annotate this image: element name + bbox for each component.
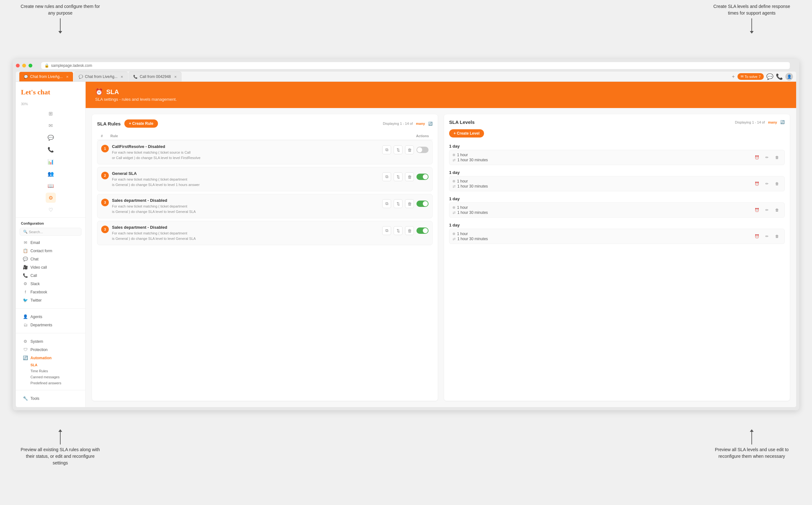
rule-row-1: 1 CallFirstResolve - Disabled For each n… <box>97 140 433 164</box>
level-alert-btn-4[interactable]: ⏰ <box>753 232 761 240</box>
level-edit-btn-1[interactable]: ✏ <box>763 153 771 162</box>
tab-chat-2[interactable]: 💬 Chat from LiveAg... ✕ <box>74 71 128 81</box>
delete-rule-4[interactable]: 🗑 <box>405 226 414 235</box>
sort-rule-4[interactable]: ⇅ <box>393 226 402 235</box>
refresh-levels-icon[interactable]: 🔄 <box>780 120 785 124</box>
close-dot[interactable] <box>16 64 20 67</box>
create-rule-button[interactable]: + Create Rule <box>124 120 158 128</box>
address-bar[interactable]: 🔒 samplepage.ladesk.com <box>41 62 790 69</box>
create-level-button[interactable]: + Create Level <box>449 129 484 138</box>
sidebar-icon-call[interactable]: 📞 <box>46 145 56 155</box>
level-delete-btn-1[interactable]: 🗑 <box>773 153 781 162</box>
delete-rule-2[interactable]: 🗑 <box>405 172 414 181</box>
level-row-2: 1 hour ⇄ 1 hour 30 minutes ⏰ ✏ <box>449 176 785 191</box>
browser-window: 🔒 samplepage.ladesk.com 💬 Chat from Live… <box>13 59 799 410</box>
level-alert-btn-3[interactable]: ⏰ <box>753 206 761 214</box>
sla-clock-icon: ⏰ <box>95 88 103 96</box>
sidebar-sub-canned[interactable]: Canned messages <box>18 374 84 380</box>
level-alert-btn-1[interactable]: ⏰ <box>753 153 761 162</box>
sidebar-icon-contacts[interactable]: 👥 <box>46 169 56 179</box>
level-delete-btn-4[interactable]: 🗑 <box>773 232 781 240</box>
sidebar-icon-reports[interactable]: 📊 <box>46 157 56 167</box>
level-delete-btn-2[interactable]: 🗑 <box>773 180 781 188</box>
tab-close-3[interactable]: ✕ <box>174 75 177 78</box>
level-edit-btn-3[interactable]: ✏ <box>763 206 771 214</box>
tab-chat-1[interactable]: 💬 Chat from LiveAg... ✕ <box>19 71 73 81</box>
toggle-rule-4[interactable] <box>417 227 429 234</box>
user-avatar[interactable]: 👤 <box>785 73 793 80</box>
sidebar-sub-time-rules[interactable]: Time Rules <box>18 368 84 374</box>
tab-close-2[interactable]: ✕ <box>121 75 123 78</box>
copy-rule-4[interactable]: ⧉ <box>382 226 391 235</box>
sidebar-icon-grid[interactable]: ⊞ <box>46 108 56 119</box>
delete-rule-3[interactable]: 🗑 <box>405 199 414 208</box>
level-edit-btn-2[interactable]: ✏ <box>763 180 771 188</box>
sidebar-item-slack[interactable]: ⚙ Slack <box>18 280 84 288</box>
minimize-dot[interactable] <box>22 64 26 67</box>
rule-actions-3: ⧉ ⇅ 🗑 <box>382 199 429 208</box>
sidebar-icon-email[interactable]: ✉ <box>46 120 56 131</box>
sidebar-automation-label: Automation <box>30 356 52 360</box>
tab-close-1[interactable]: ✕ <box>66 75 69 78</box>
copy-rule-3[interactable]: ⧉ <box>382 199 391 208</box>
sidebar-item-protection[interactable]: 🛡 Protection <box>18 346 84 354</box>
tab-call[interactable]: 📞 Call from 0042948 ✕ <box>128 71 181 81</box>
sidebar-item-agents[interactable]: 👤 Agents <box>18 313 84 321</box>
sidebar-item-video-call[interactable]: 🎥 Video call <box>18 263 84 271</box>
arrow-head-left <box>59 31 62 34</box>
sidebar-item-automation[interactable]: 🔄 Automation <box>18 354 84 362</box>
badge-label: To solve <box>745 75 758 78</box>
rule-title-3: Sales department - Disabled <box>112 198 379 203</box>
sidebar-protection-label: Protection <box>30 348 47 352</box>
level-delete-btn-3[interactable]: 🗑 <box>773 206 781 214</box>
sidebar-sub-sla[interactable]: SLA <box>18 362 84 368</box>
sort-rule-2[interactable]: ⇅ <box>393 172 402 181</box>
to-solve-button[interactable]: ✉ To solve 7 <box>737 73 764 80</box>
annotation-bottom-left: Preview all existing SLA rules along wit… <box>19 429 102 466</box>
sidebar-item-contact-form[interactable]: 📋 Contact form <box>18 247 84 255</box>
toggle-slider-1 <box>417 147 429 153</box>
refresh-rules-icon[interactable]: 🔄 <box>428 122 433 126</box>
badge-count: 7 <box>759 75 761 78</box>
sort-rule-1[interactable]: ⇅ <box>393 145 402 154</box>
sidebar-email-label: Email <box>30 240 40 245</box>
sidebar-item-call[interactable]: 📞 Call <box>18 272 84 280</box>
level-time-text-4a: 1 hour <box>457 231 468 236</box>
level-row-1: 1 hour ⇄ 1 hour 30 minutes ⏰ ✏ <box>449 150 785 165</box>
sidebar-sub-predefined[interactable]: Predefined answers <box>18 380 84 386</box>
toggle-rule-3[interactable] <box>417 200 429 207</box>
level-time-text-3b: 1 hour 30 minutes <box>457 210 488 215</box>
lock-icon: 🔒 <box>44 63 49 68</box>
sidebar-item-facebook[interactable]: f Facebook <box>18 288 84 296</box>
sla-header: ⏰ SLA SLA settings - rules and levels ma… <box>86 82 796 108</box>
sla-header-title-row: ⏰ SLA <box>95 88 787 96</box>
delete-rule-1[interactable]: 🗑 <box>405 145 414 154</box>
arrow-up-left <box>60 432 61 445</box>
sidebar-item-twitter[interactable]: 🐦 Twitter <box>18 296 84 304</box>
copy-rule-2[interactable]: ⧉ <box>382 172 391 181</box>
sidebar-search[interactable]: 🔍 Search... <box>20 228 82 236</box>
copy-rule-1[interactable]: ⧉ <box>382 145 391 154</box>
sidebar-item-chat[interactable]: 💬 Chat <box>18 255 84 263</box>
toggle-rule-1[interactable] <box>417 147 429 153</box>
sidebar-icon-settings[interactable]: ⚙ <box>46 193 56 203</box>
rule-num-3: 3 <box>101 199 109 206</box>
sidebar-item-departments[interactable]: 🗂 Departments <box>18 321 84 329</box>
sidebar-item-email[interactable]: ✉ Email <box>18 238 84 246</box>
level-actions-2: ⏰ ✏ 🗑 <box>753 180 781 188</box>
sidebar-item-system[interactable]: ⚙ System <box>18 337 84 345</box>
sidebar-icon-kb[interactable]: 📖 <box>46 181 56 191</box>
main-layout: Let's chat 30% ⊞ ✉ 💬 📞 📊 👥 📖 ⚙ ♡ Configu… <box>16 82 796 407</box>
level-alert-btn-2[interactable]: ⏰ <box>753 180 761 188</box>
sidebar-icon-chat[interactable]: 💬 <box>46 132 56 143</box>
sidebar-tools-label: Tools <box>30 396 39 401</box>
rule-num-4: 3 <box>101 225 109 233</box>
rules-many: many <box>416 122 425 126</box>
sidebar-icon-favorites[interactable]: ♡ <box>46 205 56 215</box>
sidebar-item-tools[interactable]: 🔧 Tools <box>18 394 84 402</box>
level-edit-btn-4[interactable]: ✏ <box>763 232 771 240</box>
add-tab-button[interactable]: + <box>732 74 734 79</box>
sort-rule-3[interactable]: ⇅ <box>393 199 402 208</box>
maximize-dot[interactable] <box>28 64 32 67</box>
toggle-rule-2[interactable] <box>417 174 429 180</box>
